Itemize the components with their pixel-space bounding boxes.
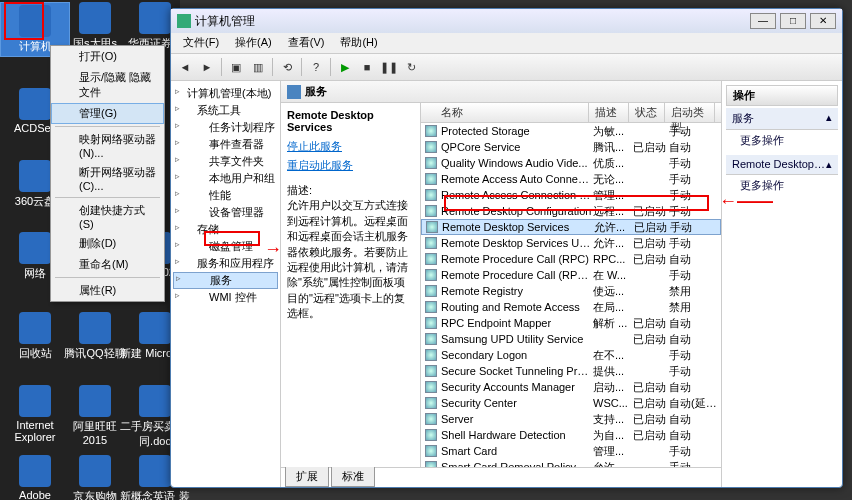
service-icon bbox=[425, 237, 437, 249]
maximize-button[interactable]: □ bbox=[780, 13, 806, 29]
menu-file[interactable]: 文件(F) bbox=[175, 33, 227, 53]
col-name[interactable]: 名称 bbox=[421, 103, 589, 122]
context-menu-item[interactable]: 管理(G) bbox=[51, 103, 164, 124]
tree-item[interactable]: 设备管理器 bbox=[173, 204, 278, 221]
context-menu-item[interactable]: 显示/隐藏 隐藏文件 bbox=[51, 67, 164, 103]
service-icon bbox=[425, 205, 437, 217]
service-icon bbox=[425, 365, 437, 377]
service-row[interactable]: Smart Card Removal Policy允许...手动 bbox=[421, 459, 721, 467]
service-row[interactable]: Secure Socket Tunneling Prot...提供...手动 bbox=[421, 363, 721, 379]
help-button[interactable]: ? bbox=[306, 57, 326, 77]
minimize-button[interactable]: — bbox=[750, 13, 776, 29]
service-row[interactable]: Routing and Remote Access在局...禁用 bbox=[421, 299, 721, 315]
titlebar[interactable]: 计算机管理 — □ ✕ bbox=[171, 9, 842, 33]
service-row[interactable]: QPCore Service腾讯...已启动自动 bbox=[421, 139, 721, 155]
context-menu-item[interactable]: 断开网络驱动器(C)... bbox=[51, 162, 164, 195]
col-startup[interactable]: 启动类型 bbox=[665, 103, 715, 122]
service-icon bbox=[425, 413, 437, 425]
pause-button[interactable]: ❚❚ bbox=[379, 57, 399, 77]
service-icon bbox=[425, 253, 437, 265]
context-menu-item[interactable]: 打开(O) bbox=[51, 46, 164, 67]
tree-item[interactable]: 任务计划程序 bbox=[173, 119, 278, 136]
service-icon bbox=[425, 125, 437, 137]
tree-item[interactable]: 计算机管理(本地) bbox=[173, 85, 278, 102]
back-button[interactable]: ◄ bbox=[175, 57, 195, 77]
show-hide-button[interactable]: ▥ bbox=[248, 57, 268, 77]
service-icon bbox=[425, 189, 437, 201]
actions-header: 操作 bbox=[726, 85, 838, 106]
menu-action[interactable]: 操作(A) bbox=[227, 33, 280, 53]
col-status[interactable]: 状态 bbox=[629, 103, 665, 122]
desc-header: 描述: bbox=[287, 183, 414, 198]
service-row[interactable]: Remote Procedure Call (RPC)RPC...已启动自动 bbox=[421, 251, 721, 267]
tab-standard[interactable]: 标准 bbox=[331, 467, 375, 487]
service-icon bbox=[425, 445, 437, 457]
tree-item[interactable]: 共享文件夹 bbox=[173, 153, 278, 170]
service-row[interactable]: Remote Desktop Services允许...已启动手动 bbox=[421, 219, 721, 235]
forward-button[interactable]: ► bbox=[197, 57, 217, 77]
service-icon bbox=[425, 141, 437, 153]
context-menu-item[interactable]: 删除(D) bbox=[51, 233, 164, 254]
actions-section-selected[interactable]: Remote Desktop Services▴ bbox=[726, 155, 838, 175]
tree-item[interactable]: 性能 bbox=[173, 187, 278, 204]
tree-item[interactable]: 本地用户和组 bbox=[173, 170, 278, 187]
menu-help[interactable]: 帮助(H) bbox=[332, 33, 385, 53]
refresh-button[interactable]: ⟲ bbox=[277, 57, 297, 77]
services-label: 服务 bbox=[305, 84, 327, 99]
close-button[interactable]: ✕ bbox=[810, 13, 836, 29]
actions-sec1-label: 服务 bbox=[732, 111, 754, 126]
context-menu-item[interactable]: 重命名(M) bbox=[51, 254, 164, 275]
highlight-box-tree-services bbox=[204, 231, 260, 246]
context-menu-item[interactable]: 映射网络驱动器(N)... bbox=[51, 129, 164, 162]
nav-tree[interactable]: → 计算机管理(本地)系统工具任务计划程序事件查看器共享文件夹本地用户和组性能设… bbox=[171, 81, 281, 487]
tree-item[interactable]: WMI 控件 bbox=[173, 289, 278, 306]
service-row[interactable]: Remote Desktop Services Use...允许...已启动手动 bbox=[421, 235, 721, 251]
list-header[interactable]: 名称 描述 状态 启动类型 bbox=[421, 103, 721, 123]
tree-item[interactable]: 服务 bbox=[173, 272, 278, 289]
menubar[interactable]: 文件(F) 操作(A) 查看(V) 帮助(H) bbox=[171, 33, 842, 53]
service-row[interactable]: Server支持...已启动自动 bbox=[421, 411, 721, 427]
context-menu[interactable]: 打开(O)显示/隐藏 隐藏文件管理(G)映射网络驱动器(N)...断开网络驱动器… bbox=[50, 45, 165, 302]
tab-extended[interactable]: 扩展 bbox=[285, 467, 329, 487]
tree-item[interactable]: 服务和应用程序 bbox=[173, 255, 278, 272]
stop-button[interactable]: ■ bbox=[357, 57, 377, 77]
stop-service-link[interactable]: 停止此服务 bbox=[287, 139, 414, 154]
up-button[interactable]: ▣ bbox=[226, 57, 246, 77]
service-row[interactable]: Security CenterWSC...已启动自动(延迟... bbox=[421, 395, 721, 411]
service-row[interactable]: Shell Hardware Detection为自...已启动自动 bbox=[421, 427, 721, 443]
service-icon bbox=[425, 301, 437, 313]
desc-text: 允许用户以交互方式连接到远程计算机。远程桌面和远程桌面会话主机服务器依赖此服务。… bbox=[287, 198, 414, 321]
service-row[interactable]: Quality Windows Audio Vide...优质...手动 bbox=[421, 155, 721, 171]
context-menu-item[interactable]: 属性(R) bbox=[51, 280, 164, 301]
tree-item[interactable]: 系统工具 bbox=[173, 102, 278, 119]
service-row[interactable]: Samsung UPD Utility Service已启动自动 bbox=[421, 331, 721, 347]
mmc-window: 计算机管理 — □ ✕ 文件(F) 操作(A) 查看(V) 帮助(H) ◄ ► … bbox=[170, 8, 843, 488]
service-icon bbox=[425, 317, 437, 329]
service-row[interactable]: Security Accounts Manager启动...已启动自动 bbox=[421, 379, 721, 395]
service-row[interactable]: Remote Registry使远...禁用 bbox=[421, 283, 721, 299]
services-icon bbox=[287, 85, 301, 99]
highlight-box-service bbox=[444, 195, 709, 211]
service-row[interactable]: Secondary Logon在不...手动 bbox=[421, 347, 721, 363]
service-row[interactable]: Protected Storage为敏...手动 bbox=[421, 123, 721, 139]
context-menu-item[interactable]: 创建快捷方式(S) bbox=[51, 200, 164, 233]
service-row[interactable]: Smart Card管理...手动 bbox=[421, 443, 721, 459]
service-row[interactable]: Remote Procedure Call (RPC...在 W...手动 bbox=[421, 267, 721, 283]
app-icon bbox=[177, 14, 191, 28]
restart-service-link[interactable]: 重启动此服务 bbox=[287, 158, 414, 173]
service-row[interactable]: RPC Endpoint Mapper解析 ...已启动自动 bbox=[421, 315, 721, 331]
services-header-bar: 服务 bbox=[281, 81, 721, 103]
view-tabs[interactable]: 扩展 标准 bbox=[281, 467, 721, 487]
menu-view[interactable]: 查看(V) bbox=[280, 33, 333, 53]
restart-button[interactable]: ↻ bbox=[401, 57, 421, 77]
play-button[interactable]: ▶ bbox=[335, 57, 355, 77]
actions-pane: 操作 服务▴ 更多操作 Remote Desktop Services▴ 更多操… bbox=[722, 81, 842, 487]
col-desc[interactable]: 描述 bbox=[589, 103, 629, 122]
service-icon bbox=[425, 333, 437, 345]
service-icon bbox=[425, 349, 437, 361]
actions-section-services[interactable]: 服务▴ bbox=[726, 108, 838, 130]
actions-more-1[interactable]: 更多操作 bbox=[726, 130, 838, 151]
service-row[interactable]: Remote Access Auto Connecti...无论...手动 bbox=[421, 171, 721, 187]
services-list[interactable]: 名称 描述 状态 启动类型 Protected Storage为敏...手动QP… bbox=[421, 103, 721, 467]
tree-item[interactable]: 事件查看器 bbox=[173, 136, 278, 153]
